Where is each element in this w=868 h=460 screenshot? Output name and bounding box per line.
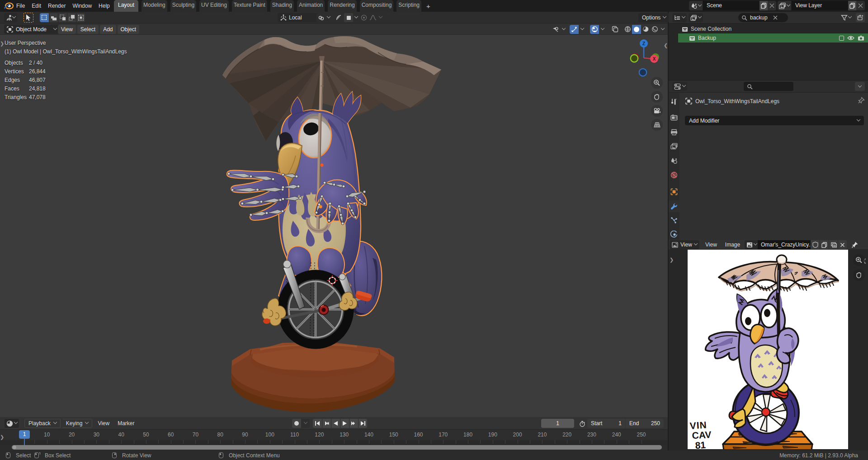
svg-text:Z: Z (642, 41, 645, 46)
svg-text:X: X (653, 57, 656, 62)
svg-text:81: 81 (695, 440, 706, 449)
svg-text:CAV: CAV (692, 429, 712, 441)
